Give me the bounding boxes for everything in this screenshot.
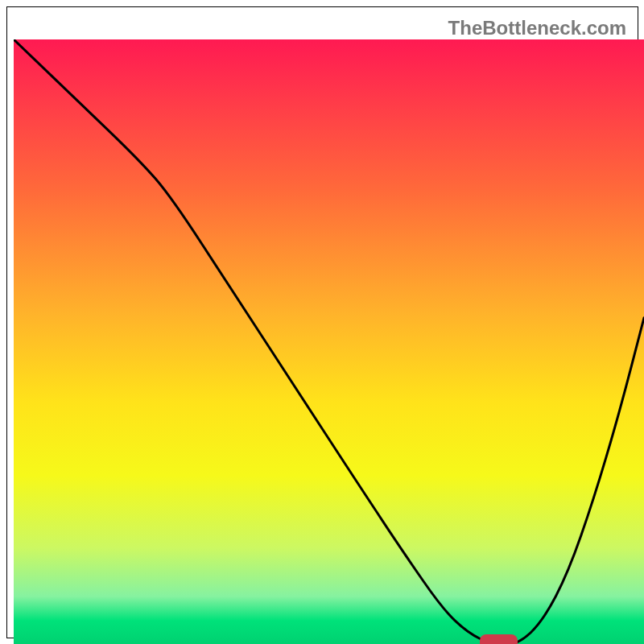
watermark-label: TheBottleneck.com [448,17,626,39]
chart-plot [14,39,644,644]
bottleneck-curve [14,39,644,644]
optimal-marker [480,634,518,644]
chart-frame: TheBottleneck.com [6,6,638,638]
